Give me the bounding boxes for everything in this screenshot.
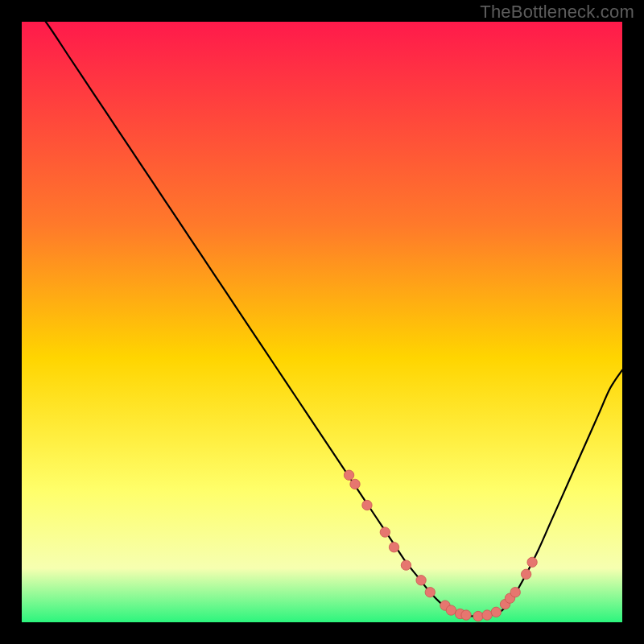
chart-frame: TheBottleneck.com — [0, 0, 644, 644]
marker-point — [401, 560, 411, 570]
marker-point — [416, 576, 426, 585]
marker-point — [362, 500, 372, 510]
marker-point — [344, 470, 353, 480]
watermark-text: TheBottleneck.com — [480, 2, 634, 23]
marker-point — [527, 557, 537, 567]
marker-point — [482, 610, 492, 620]
marker-point — [389, 543, 398, 552]
marker-point — [521, 569, 530, 579]
marker-point — [510, 588, 520, 597]
marker-point — [425, 588, 435, 597]
marker-point — [446, 605, 456, 615]
marker-point — [380, 527, 390, 537]
chart-svg — [22, 22, 622, 622]
bottleneck-chart — [22, 22, 622, 622]
marker-point — [350, 479, 360, 489]
gradient-background — [22, 22, 622, 622]
marker-point — [491, 607, 501, 617]
marker-point — [473, 611, 483, 621]
marker-point — [461, 610, 471, 620]
